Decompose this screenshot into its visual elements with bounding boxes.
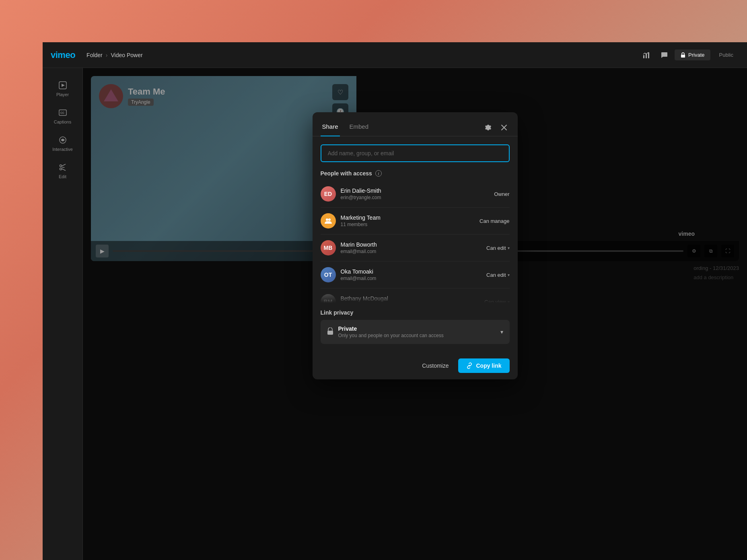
permission-erin: Owner — [494, 191, 509, 197]
svg-point-11 — [60, 168, 62, 170]
private-btn[interactable]: Private — [675, 49, 710, 60]
sidebar-item-captions[interactable]: CC Captions — [47, 103, 79, 129]
content-area: Team Me TryAngle ♡ 🕐 ◁ ▶ vimeo ⚙ ⧉ — [83, 68, 747, 560]
permission-bethany[interactable]: Can view ▾ — [484, 299, 509, 303]
person-name-erin: Erin Dalie-Smith — [341, 187, 490, 194]
chevron-marin: ▾ — [508, 246, 510, 250]
public-btn[interactable]: Public — [714, 49, 739, 60]
expand-chevron-icon: ▾ — [500, 329, 503, 335]
avatar-bethany: BM — [321, 294, 336, 303]
vimeo-logo: vimeo — [51, 50, 75, 60]
breadcrumb-current: Video Power — [111, 52, 142, 58]
privacy-option-text: Private Only you and people on your acco… — [338, 325, 496, 338]
person-name-marin: Marin Boworth — [341, 241, 482, 248]
privacy-lock-icon — [327, 327, 333, 336]
svg-point-9 — [62, 139, 64, 141]
person-info-marketing: Marketing Team 11 members — [341, 214, 475, 227]
permission-marin-label: Can edit — [486, 245, 506, 251]
sidebar-item-edit[interactable]: Edit — [47, 158, 79, 184]
sidebar-player-label: Player — [56, 92, 69, 97]
copy-link-label: Copy link — [476, 362, 501, 369]
sidebar-edit-label: Edit — [59, 174, 66, 179]
link-privacy-section: Link privacy Private — [321, 309, 510, 344]
person-email-marketing: 11 members — [341, 222, 475, 227]
person-info-oka: Oka Tomoaki email@mail.com — [341, 268, 482, 281]
modal-body: People with access i ED Erin Dalie-Smith… — [313, 136, 518, 352]
scissors-icon — [58, 163, 67, 172]
chart-icon — [642, 51, 650, 59]
divider — [321, 207, 510, 208]
person-row-erin: ED Erin Dalie-Smith erin@tryangle.com Ow… — [321, 182, 510, 206]
person-email-bethany: email@mail.com — [341, 303, 480, 303]
play-icon — [58, 81, 67, 90]
person-row-oka: OT Oka Tomoaki email@mail.com Can edit ▾ — [321, 263, 510, 286]
info-icon[interactable]: i — [375, 170, 382, 177]
comment-icon — [660, 51, 668, 59]
svg-point-13 — [328, 218, 331, 221]
privacy-option[interactable]: Private Only you and people on your acco… — [321, 320, 510, 344]
person-row-marketing: Marketing Team 11 members Can manage — [321, 209, 510, 233]
svg-text:CC: CC — [60, 111, 64, 114]
person-row-marin: MB Marin Boworth email@mail.com Can edit… — [321, 236, 510, 259]
divider — [321, 234, 510, 235]
avatar-erin: ED — [321, 186, 336, 202]
analytics-icon-btn[interactable] — [639, 48, 654, 62]
person-name-bethany: Bethany McDougal — [341, 295, 480, 302]
person-email-marin: email@mail.com — [341, 249, 482, 254]
sidebar-item-player[interactable]: Player — [47, 76, 79, 102]
tab-share[interactable]: Share — [321, 119, 340, 136]
person-info-marin: Marin Boworth email@mail.com — [341, 241, 482, 254]
person-name-marketing: Marketing Team — [341, 214, 475, 221]
breadcrumb-folder[interactable]: Folder — [86, 52, 103, 58]
cc-icon: CC — [58, 108, 67, 117]
person-email-erin: erin@tryangle.com — [341, 195, 490, 200]
interactive-icon — [58, 136, 67, 144]
modal-close-btn[interactable] — [498, 122, 510, 133]
svg-rect-1 — [646, 54, 647, 58]
svg-rect-0 — [643, 55, 644, 58]
tab-embed[interactable]: Embed — [348, 119, 370, 136]
permission-oka[interactable]: Can edit ▾ — [486, 272, 509, 278]
search-input[interactable] — [321, 144, 510, 162]
people-list: ED Erin Dalie-Smith erin@tryangle.com Ow… — [321, 182, 510, 303]
sidebar-interactive-label: Interactive — [52, 147, 73, 152]
modal-overlay: Share Embed — [83, 68, 747, 560]
divider — [321, 288, 510, 288]
person-row-bethany: BM Bethany McDougal email@mail.com Can v… — [321, 290, 510, 303]
privacy-option-name: Private — [338, 325, 496, 332]
avatar-marin: MB — [321, 240, 336, 255]
chevron-bethany: ▾ — [508, 300, 510, 303]
gear-icon — [484, 124, 492, 131]
permission-marketing: Can manage — [479, 218, 509, 224]
public-btn-label: Public — [719, 52, 733, 58]
chevron-oka: ▾ — [508, 273, 510, 277]
comments-icon-btn[interactable] — [657, 48, 671, 62]
svg-point-10 — [60, 165, 62, 167]
person-info-erin: Erin Dalie-Smith erin@tryangle.com — [341, 187, 490, 200]
person-email-oka: email@mail.com — [341, 276, 482, 281]
people-section-label: People with access — [321, 170, 372, 177]
breadcrumb: Folder › Video Power — [86, 52, 143, 58]
sidebar-captions-label: Captions — [54, 119, 71, 124]
breadcrumb-separator: › — [106, 52, 108, 58]
svg-marker-5 — [62, 84, 65, 87]
top-nav: vimeo Folder › Video Power — [43, 42, 747, 68]
lock-icon — [680, 52, 686, 58]
copy-link-button[interactable]: Copy link — [458, 358, 509, 373]
svg-point-12 — [326, 218, 328, 221]
avatar-marketing — [321, 213, 336, 229]
nav-actions: Private Public — [639, 48, 739, 62]
divider — [321, 261, 510, 261]
sidebar-item-interactive[interactable]: Interactive — [47, 131, 79, 156]
private-btn-label: Private — [688, 52, 704, 58]
customize-button[interactable]: Customize — [417, 359, 453, 372]
modal-header-actions — [482, 122, 510, 133]
person-name-oka: Oka Tomoaki — [341, 268, 482, 275]
avatar-oka: OT — [321, 267, 336, 282]
modal-settings-btn[interactable] — [482, 122, 494, 133]
permission-marin[interactable]: Can edit ▾ — [486, 245, 509, 251]
svg-rect-3 — [681, 55, 685, 58]
person-info-bethany: Bethany McDougal email@mail.com — [341, 295, 480, 303]
privacy-option-desc: Only you and people on your account can … — [338, 333, 496, 338]
sidebar: Player CC Captions Interactive — [43, 68, 83, 560]
